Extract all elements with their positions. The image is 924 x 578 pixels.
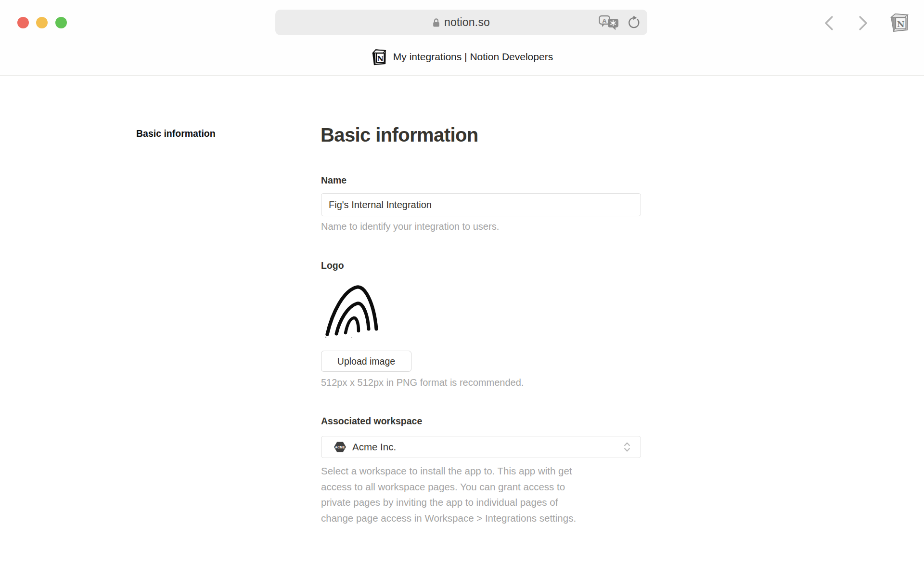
select-chevrons-icon (623, 441, 631, 453)
svg-text:A: A (602, 17, 607, 25)
name-helper-text: Name to identify your integration to use… (321, 221, 499, 232)
upload-image-button[interactable]: Upload image (321, 351, 411, 372)
url-text: notion.so (444, 16, 490, 29)
lock-icon (433, 18, 440, 27)
translate-icon[interactable]: A (599, 14, 620, 30)
svg-text:N: N (897, 19, 905, 29)
integration-logo-image (324, 283, 381, 341)
notion-favicon: N (371, 49, 387, 66)
name-label: Name (321, 175, 346, 186)
workspace-selected-value: Acme Inc. (352, 441, 396, 453)
address-bar-center: notion.so (275, 10, 647, 35)
reload-icon[interactable] (627, 15, 641, 30)
browser-chrome: notion.so A (0, 0, 924, 76)
page-title: Basic information (321, 124, 478, 146)
workspace-helper-text: Select a workspace to install the app to… (321, 463, 658, 526)
address-bar[interactable]: notion.so A (275, 10, 647, 35)
integration-name-input[interactable] (321, 193, 641, 216)
back-button[interactable] (821, 15, 838, 31)
logo-label: Logo (321, 260, 344, 271)
workspace-select[interactable]: ACME Acme Inc. (321, 436, 641, 458)
notion-app-icon[interactable]: N (888, 12, 910, 34)
tab-title: My integrations | Notion Developers (393, 51, 553, 63)
svg-text:N: N (377, 54, 384, 62)
logo-helper-text: 512px x 512px in PNG format is recommend… (321, 377, 524, 388)
close-window-button[interactable] (17, 17, 29, 28)
minimize-window-button[interactable] (36, 17, 48, 28)
workspace-badge-icon: ACME (334, 442, 346, 452)
zoom-window-button[interactable] (55, 17, 67, 28)
tab-title-row[interactable]: N My integrations | Notion Developers (0, 47, 924, 66)
sidebar-item-basic-information[interactable]: Basic information (136, 128, 216, 139)
forward-button[interactable] (854, 15, 871, 31)
workspace-label: Associated workspace (321, 416, 422, 427)
browser-window: notion.so A (0, 0, 924, 578)
